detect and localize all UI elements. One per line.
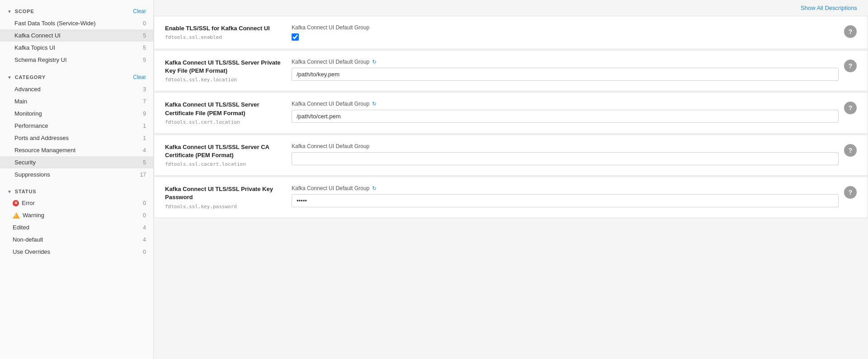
config-title: Kafka Connect UI TLS/SSL Server CA Certi… bbox=[165, 143, 283, 159]
sidebar-item-label: Suppressions bbox=[14, 171, 50, 178]
main-content: Show All Descriptions Enable TLS/SSL for… bbox=[154, 0, 868, 359]
help-button[interactable]: ? bbox=[844, 60, 857, 72]
sidebar-item-label: Kafka Connect UI bbox=[14, 32, 61, 39]
sidebar-category-item[interactable]: Suppressions 17 bbox=[0, 168, 153, 181]
status-item-left: ✕ Error bbox=[13, 200, 35, 206]
config-rows-container: Enable TLS/SSL for Kafka Connect UI fdto… bbox=[154, 16, 868, 218]
refresh-icon[interactable]: ↻ bbox=[372, 185, 377, 191]
warning-icon bbox=[13, 212, 20, 219]
status-label: STATUS bbox=[15, 189, 37, 194]
category-section-header: ▼ CATEGORY Clear bbox=[0, 70, 153, 83]
help-icon-col: ? bbox=[839, 185, 857, 199]
help-button[interactable]: ? bbox=[844, 102, 857, 114]
sidebar-item-count: 5 bbox=[137, 45, 146, 51]
status-item-count: 0 bbox=[137, 212, 146, 219]
group-label-text: Kafka Connect UI Default Group bbox=[292, 59, 369, 65]
config-checkbox[interactable] bbox=[292, 33, 299, 41]
scope-section-title: ▼ SCOPE bbox=[7, 9, 34, 14]
sidebar-item-label: Security bbox=[14, 159, 36, 166]
sidebar-item-count: 0 bbox=[137, 20, 146, 27]
group-label: Kafka Connect UI Default Group ↻ bbox=[292, 185, 839, 191]
group-label: Kafka Connect UI Default Group bbox=[292, 143, 839, 149]
config-label-col: Enable TLS/SSL for Kafka Connect UI fdto… bbox=[165, 24, 283, 40]
sidebar-category-item[interactable]: Ports and Addresses 1 bbox=[0, 132, 153, 144]
sidebar-category-item[interactable]: Resource Management 4 bbox=[0, 144, 153, 156]
group-label-text: Kafka Connect UI Default Group bbox=[292, 185, 369, 191]
config-input-col: Kafka Connect UI Default Group ↻ bbox=[283, 59, 839, 81]
help-icon-col: ? bbox=[839, 101, 857, 114]
sidebar-item-label: Resource Management bbox=[14, 147, 75, 154]
config-title: Kafka Connect UI TLS/SSL Server Certific… bbox=[165, 101, 283, 117]
scope-label: SCOPE bbox=[15, 9, 34, 14]
config-title: Enable TLS/SSL for Kafka Connect UI bbox=[165, 24, 283, 33]
config-label-col: Kafka Connect UI TLS/SSL Private Key Pas… bbox=[165, 185, 283, 209]
sidebar-item-label: Ports and Addresses bbox=[14, 135, 69, 141]
sidebar-scope-item[interactable]: Fast Data Tools (Service-Wide) 0 bbox=[0, 17, 153, 29]
status-items-list: ✕ Error 0 Warning 0 Edited 4 Non-default… bbox=[0, 197, 153, 258]
sidebar-item-count: 7 bbox=[137, 98, 146, 105]
sidebar-item-label: Main bbox=[14, 98, 27, 105]
sidebar-category-item[interactable]: Security 5 bbox=[0, 156, 153, 168]
help-button[interactable]: ? bbox=[844, 25, 857, 38]
sidebar-item-label: Advanced bbox=[14, 86, 41, 93]
group-label-text: Kafka Connect UI Default Group bbox=[292, 101, 369, 107]
group-label-text: Kafka Connect UI Default Group bbox=[292, 143, 369, 149]
sidebar-item-count: 3 bbox=[137, 86, 146, 93]
config-input-col: Kafka Connect UI Default Group ↻ bbox=[283, 185, 839, 207]
sidebar-item-count: 5 bbox=[137, 57, 146, 63]
sidebar-status-item[interactable]: Use Overrides 0 bbox=[0, 246, 153, 258]
sidebar-status-item[interactable]: Edited 4 bbox=[0, 221, 153, 233]
config-label-col: Kafka Connect UI TLS/SSL Server CA Certi… bbox=[165, 143, 283, 167]
status-item-left: Warning bbox=[13, 212, 44, 219]
status-item-left: Use Overrides bbox=[13, 248, 50, 255]
category-clear-link[interactable]: Clear bbox=[133, 74, 146, 80]
sidebar-scope-item[interactable]: Schema Registry UI 5 bbox=[0, 54, 153, 66]
group-label: Kafka Connect UI Default Group ↻ bbox=[292, 59, 839, 65]
sidebar-category-item[interactable]: Main 7 bbox=[0, 95, 153, 107]
config-key: fdtools.ssl.cert.location bbox=[165, 119, 283, 125]
config-text-input[interactable] bbox=[292, 68, 839, 81]
help-button[interactable]: ? bbox=[844, 144, 857, 157]
help-button[interactable]: ? bbox=[844, 186, 857, 199]
sidebar-status-item[interactable]: Non-default 4 bbox=[0, 233, 153, 246]
status-section-title: ▼ STATUS bbox=[7, 189, 36, 194]
sidebar-category-item[interactable]: Performance 1 bbox=[0, 120, 153, 132]
sidebar-item-count: 17 bbox=[137, 172, 146, 178]
sidebar-status-item[interactable]: ✕ Error 0 bbox=[0, 197, 153, 209]
error-icon: ✕ bbox=[13, 200, 19, 206]
config-title: Kafka Connect UI TLS/SSL Private Key Pas… bbox=[165, 185, 283, 201]
checkbox-row bbox=[292, 33, 839, 41]
sidebar-category-item[interactable]: Monitoring 9 bbox=[0, 107, 153, 120]
config-key: fdtools.ssl.enabled bbox=[165, 34, 283, 40]
config-input-col: Kafka Connect UI Default Group ↻ bbox=[283, 101, 839, 123]
sidebar-item-count: 9 bbox=[137, 111, 146, 117]
refresh-icon[interactable]: ↻ bbox=[372, 101, 377, 107]
category-label: CATEGORY bbox=[15, 75, 46, 80]
sidebar-scope-item[interactable]: Kafka Connect UI 5 bbox=[0, 29, 153, 42]
group-label-text: Kafka Connect UI Default Group bbox=[292, 24, 369, 31]
config-label-col: Kafka Connect UI TLS/SSL Server Certific… bbox=[165, 101, 283, 125]
config-row: Kafka Connect UI TLS/SSL Private Key Pas… bbox=[154, 177, 868, 218]
scope-clear-link[interactable]: Clear bbox=[133, 8, 146, 14]
show-all-descriptions-link[interactable]: Show All Descriptions bbox=[801, 5, 857, 11]
config-text-input[interactable] bbox=[292, 152, 839, 165]
config-input-col: Kafka Connect UI Default Group bbox=[283, 143, 839, 165]
sidebar-category-item[interactable]: Advanced 3 bbox=[0, 83, 153, 95]
config-key: fdtools.ssl.key.location bbox=[165, 77, 283, 83]
help-icon-col: ? bbox=[839, 143, 857, 157]
sidebar-scope-item[interactable]: Kafka Topics UI 5 bbox=[0, 42, 153, 54]
config-password-input[interactable] bbox=[292, 194, 839, 207]
help-icon-col: ? bbox=[839, 59, 857, 72]
sidebar-item-count: 5 bbox=[137, 159, 146, 166]
sidebar-item-label: Kafka Topics UI bbox=[14, 44, 55, 51]
sidebar-status-item[interactable]: Warning 0 bbox=[0, 209, 153, 221]
status-item-left: Edited bbox=[13, 224, 29, 231]
category-section-title: ▼ CATEGORY bbox=[7, 75, 46, 80]
status-item-label: Warning bbox=[23, 212, 44, 219]
config-text-input[interactable] bbox=[292, 110, 839, 123]
sidebar-item-label: Fast Data Tools (Service-Wide) bbox=[14, 20, 96, 27]
status-chevron-icon: ▼ bbox=[7, 189, 12, 194]
group-label: Kafka Connect UI Default Group bbox=[292, 24, 839, 31]
refresh-icon[interactable]: ↻ bbox=[372, 59, 377, 65]
config-row: Kafka Connect UI TLS/SSL Server Private … bbox=[154, 50, 868, 91]
